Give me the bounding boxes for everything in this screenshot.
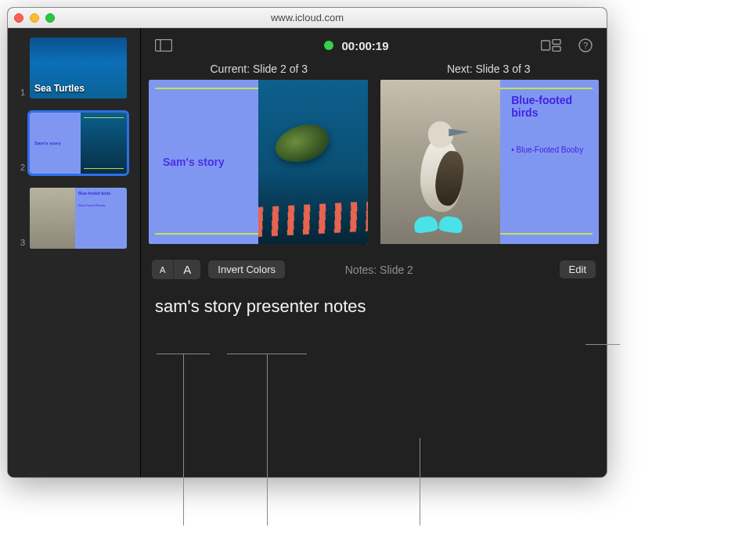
window-title: www.icloud.com — [8, 12, 607, 23]
current-slide-label: Current: Slide 2 of 3 — [150, 63, 368, 75]
svg-rect-3 — [553, 40, 560, 45]
slide-number: 3 — [14, 238, 25, 249]
slide-heading: Sam's story — [163, 156, 225, 168]
slide-thumbnail[interactable]: Blue-footed birds Blue-Footed Booby — [30, 188, 127, 249]
callout-leader — [157, 354, 210, 354]
slide-title: Blue-footed birds — [78, 191, 124, 196]
slide-number: 2 — [14, 163, 25, 174]
svg-rect-4 — [553, 47, 560, 52]
presentation-timer: 00:00:19 — [324, 39, 388, 52]
callout-leader — [420, 438, 420, 526]
callout-leader — [585, 344, 620, 345]
slide-bullet: Blue-Footed Booby — [511, 145, 588, 154]
current-slide-preview[interactable]: Sam's story — [149, 80, 368, 244]
svg-rect-0 — [156, 40, 172, 52]
increase-font-button[interactable]: A — [173, 260, 200, 279]
slide-thumb-3[interactable]: 3 Blue-footed birds Blue-Footed Booby — [14, 188, 134, 249]
svg-text:?: ? — [583, 41, 588, 50]
window-titlebar: www.icloud.com — [8, 8, 607, 28]
slide-thumbnail-selected[interactable]: Sam's story — [30, 113, 127, 174]
timer-value: 00:00:19 — [341, 39, 388, 52]
slide-thumb-1[interactable]: 1 Sea Turtles — [14, 38, 134, 99]
notes-toolbar: A A Invert Colors Notes: Slide 2 Edit — [141, 244, 607, 284]
svg-rect-2 — [541, 41, 549, 50]
slide-image — [258, 80, 368, 244]
presenter-topbar: 00:00:19 ? — [141, 28, 607, 63]
callout-leader — [267, 354, 268, 526]
slide-title: Sam's story — [34, 141, 61, 145]
next-slide-label: Next: Slide 3 of 3 — [380, 63, 598, 75]
presenter-window: www.icloud.com 1 Sea Turtles 2 Sam's sto… — [8, 8, 607, 477]
help-icon[interactable]: ? — [578, 38, 593, 52]
slide-image — [380, 80, 501, 244]
decrease-font-button[interactable]: A — [152, 260, 173, 279]
recording-indicator-icon — [324, 41, 333, 50]
slide-navigator: 1 Sea Turtles 2 Sam's story 3 — [8, 28, 141, 477]
slide-subtitle: Blue-Footed Booby — [78, 203, 124, 207]
font-size-group: A A — [152, 260, 200, 279]
callout-leader — [183, 354, 184, 526]
sidebar-toggle-icon[interactable] — [155, 39, 172, 52]
slide-thumbnail[interactable]: Sea Turtles — [30, 38, 127, 99]
presenter-main: 00:00:19 ? Current: Slide 2 of 3 Next: S… — [141, 28, 607, 477]
notes-slide-label: Notes: Slide 2 — [207, 264, 552, 276]
next-slide-preview[interactable]: Blue-footed birds Blue-Footed Booby — [380, 80, 600, 244]
slide-number: 1 — [14, 88, 25, 99]
edit-notes-button[interactable]: Edit — [560, 260, 596, 278]
slide-heading: Blue-footed birds — [511, 94, 588, 119]
callout-leader — [227, 354, 307, 354]
layout-options-icon[interactable] — [541, 39, 561, 52]
slide-thumb-2[interactable]: 2 Sam's story — [14, 113, 134, 174]
slide-title: Sea Turtles — [34, 83, 85, 94]
presenter-notes-text: sam's story presenter notes — [141, 284, 607, 340]
